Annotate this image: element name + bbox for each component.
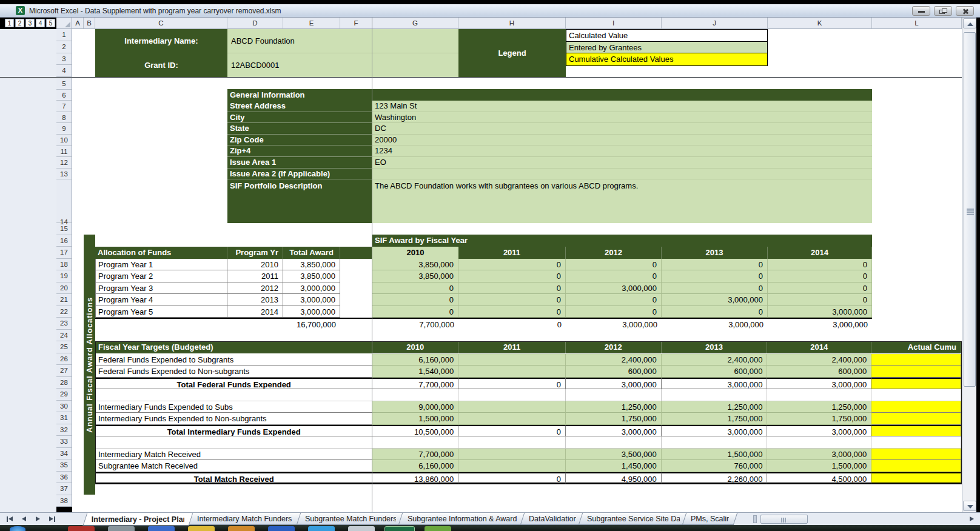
- annual-allocations-side-label[interactable]: Annual Fiscal Award Allocations: [84, 235, 95, 495]
- vertical-scrollbar[interactable]: [962, 18, 976, 512]
- actual-cumulative-cell[interactable]: [871, 413, 961, 425]
- year-header-2013[interactable]: 2013: [662, 342, 768, 353]
- value-cell[interactable]: 0: [662, 259, 768, 271]
- total-cell[interactable]: 2,260,000: [662, 472, 768, 484]
- value-cell[interactable]: 760,000: [662, 460, 768, 472]
- total-label[interactable]: Total Match Received: [96, 472, 372, 484]
- row-header[interactable]: 17: [56, 247, 72, 259]
- taskbar-app-icon[interactable]: [308, 526, 335, 531]
- actual-cumulative-cell[interactable]: [871, 460, 961, 472]
- value-cell[interactable]: [458, 413, 566, 425]
- value-cell[interactable]: 0: [458, 306, 566, 318]
- value-cell[interactable]: 600,000: [767, 366, 871, 378]
- total-cell[interactable]: 7,700,000: [372, 318, 458, 330]
- actual-cumulative-cell[interactable]: [871, 366, 961, 378]
- row-label[interactable]: Intermediary Funds Expended to Subs: [96, 401, 372, 413]
- year-header-2012[interactable]: 2012: [566, 247, 662, 259]
- total-award-cell[interactable]: 3,000,000: [283, 294, 340, 306]
- column-header-k[interactable]: K: [768, 18, 872, 29]
- value-cell[interactable]: 600,000: [566, 366, 662, 378]
- total-cell[interactable]: 10,500,000: [372, 425, 458, 437]
- row-header[interactable]: 26: [56, 353, 72, 366]
- year-header-2010[interactable]: 2010: [372, 342, 458, 353]
- minimize-button[interactable]: [912, 6, 930, 16]
- last-sheet-button[interactable]: [46, 515, 56, 524]
- row-header[interactable]: 30: [56, 401, 72, 413]
- field-value[interactable]: 1234: [372, 145, 872, 157]
- total-cell[interactable]: 0: [458, 425, 566, 437]
- value-cell[interactable]: 0: [566, 259, 662, 271]
- total-award-cell[interactable]: 3,850,000: [283, 270, 340, 282]
- field-value[interactable]: The ABCD Foundation works with subgrante…: [372, 179, 872, 223]
- field-label[interactable]: Street Address: [227, 101, 372, 112]
- value-cell[interactable]: 9,000,000: [372, 401, 458, 413]
- excel-taskbar-icon[interactable]: [384, 526, 415, 531]
- value-cell[interactable]: 3,000,000: [566, 282, 662, 295]
- program-yr-cell[interactable]: 2014: [227, 306, 283, 318]
- row-label[interactable]: Intermediary Funds Expended to Non-subgr…: [96, 413, 372, 425]
- column-header-a[interactable]: A: [72, 18, 84, 29]
- row-label[interactable]: Program Year 3: [95, 282, 227, 295]
- row-label[interactable]: Program Year 2: [95, 270, 227, 282]
- program-yr-cell[interactable]: 2010: [227, 259, 283, 271]
- row-header[interactable]: 2: [56, 41, 72, 53]
- program-yr-header[interactable]: Program Yr: [227, 247, 283, 259]
- total-cell[interactable]: 3,000,000: [662, 378, 768, 390]
- total-cell[interactable]: 4,950,000: [566, 472, 662, 484]
- row-header[interactable]: 10: [56, 135, 72, 146]
- row-header[interactable]: 14: [56, 179, 72, 223]
- value-cell[interactable]: 1,500,000: [372, 413, 458, 425]
- row-header[interactable]: 1: [56, 29, 72, 41]
- field-value[interactable]: 123 Main St: [372, 101, 872, 112]
- field-label[interactable]: City: [227, 112, 372, 124]
- legend-title-cell[interactable]: Legend: [458, 29, 566, 77]
- row-header[interactable]: 28: [56, 377, 72, 389]
- row-label[interactable]: Subgrantee Match Received: [96, 460, 372, 472]
- value-cell[interactable]: 1,250,000: [566, 401, 662, 413]
- actual-cumulative-cell[interactable]: [871, 378, 961, 390]
- value-cell[interactable]: 3,500,000: [566, 449, 662, 461]
- row-header[interactable]: 27: [56, 365, 72, 377]
- general-info-banner[interactable]: General Information: [227, 89, 872, 101]
- value-cell[interactable]: 0: [566, 294, 662, 306]
- total-cell[interactable]: 3,000,000: [662, 318, 768, 330]
- row-header[interactable]: 18: [56, 259, 72, 271]
- row-header[interactable]: 7: [56, 101, 72, 112]
- row-header[interactable]: 36: [56, 472, 72, 484]
- scroll-right-button[interactable]: [967, 515, 976, 524]
- row-header[interactable]: 34: [56, 448, 72, 460]
- taskbar-app-icon[interactable]: [348, 526, 375, 531]
- start-orb-icon[interactable]: [10, 526, 25, 531]
- row-header[interactable]: 3: [56, 53, 72, 65]
- value-cell[interactable]: 6,160,000: [372, 354, 458, 366]
- year-header-2014[interactable]: 2014: [768, 247, 872, 259]
- tab-subgrantee-service-site-data[interactable]: Subgrantee Service Site Data: [579, 513, 688, 525]
- row-label[interactable]: Federal Funds Expended to Subgrants: [96, 354, 372, 366]
- total-award-cell[interactable]: 3,850,000: [283, 259, 340, 271]
- value-cell[interactable]: 2,400,000: [566, 354, 662, 366]
- value-cell[interactable]: [458, 460, 566, 472]
- field-label[interactable]: SIF Portfolio Description: [227, 179, 372, 223]
- first-sheet-button[interactable]: [6, 515, 16, 524]
- row-header[interactable]: 5: [56, 78, 72, 90]
- column-header-g[interactable]: G: [372, 18, 458, 29]
- row-header[interactable]: 31: [56, 412, 72, 424]
- sif-award-banner[interactable]: SIF Award by Fiscal Year: [372, 235, 872, 247]
- value-cell[interactable]: 0: [662, 270, 768, 282]
- grant-id-cell[interactable]: 12ABCD0001: [227, 53, 372, 78]
- outline-level-2[interactable]: 2: [15, 19, 24, 27]
- value-cell[interactable]: [458, 401, 566, 413]
- row-header[interactable]: 20: [56, 282, 72, 295]
- row-header[interactable]: 35: [56, 459, 72, 472]
- row-header[interactable]: 24: [56, 330, 72, 342]
- row-header[interactable]: 11: [56, 146, 72, 158]
- field-value[interactable]: [372, 169, 872, 180]
- value-cell[interactable]: 3,850,000: [372, 259, 458, 271]
- field-label[interactable]: Issue Area 1: [227, 157, 372, 169]
- select-all-button[interactable]: [56, 18, 72, 29]
- value-cell[interactable]: 0: [372, 282, 458, 295]
- row-header[interactable]: 13: [56, 169, 72, 180]
- row-header[interactable]: 22: [56, 306, 72, 318]
- total-cell[interactable]: 3,000,000: [566, 425, 662, 437]
- value-cell[interactable]: 0: [566, 306, 662, 318]
